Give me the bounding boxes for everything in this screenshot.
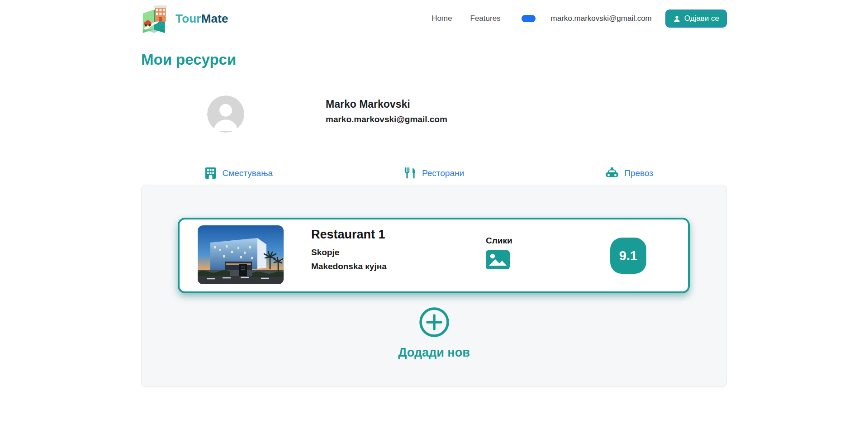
header-user-email: marko.markovski@gmail.com xyxy=(551,14,652,23)
restaurant-card[interactable]: Restaurant 1 Skopje Makedonska кујна Сли… xyxy=(178,218,690,293)
tab-restaurants-label: Ресторани xyxy=(422,168,464,178)
tab-accommodations[interactable]: Сместувања xyxy=(141,167,337,179)
nav-features-link[interactable]: Features xyxy=(470,14,501,23)
images-label: Слики xyxy=(486,236,512,246)
tab-accommodations-label: Сместувања xyxy=(222,168,273,178)
page-root: TourMate Home Features marko.markovski@g… xyxy=(141,0,727,387)
add-new-label: Додади нов xyxy=(142,346,726,360)
profile-name: Marko Markovski xyxy=(326,98,447,110)
restaurant-photo-image xyxy=(198,225,284,284)
restaurant-photo xyxy=(198,225,284,284)
resource-tabs: Сместувања Ресторани Превоз xyxy=(141,167,727,179)
header: TourMate Home Features marko.markovski@g… xyxy=(141,0,727,34)
restaurant-cuisine: Makedonska кујна xyxy=(311,262,387,272)
brand-name: TourMate xyxy=(175,12,228,26)
logout-button[interactable]: Одјави се xyxy=(665,10,727,28)
page-title: Мои ресурси xyxy=(141,51,727,68)
plus-circle-icon xyxy=(418,306,451,338)
tab-restaurants[interactable]: Ресторани xyxy=(337,167,532,179)
language-toggle-pill[interactable] xyxy=(522,15,536,22)
tab-transport[interactable]: Превоз xyxy=(531,167,727,179)
brand-part1: Tour xyxy=(175,12,201,25)
taxi-icon xyxy=(605,167,619,179)
brand-part2: Mate xyxy=(201,12,228,25)
restaurant-city: Skopje xyxy=(311,248,387,257)
hotel-building-icon xyxy=(204,167,217,179)
tab-transport-label: Превоз xyxy=(624,168,653,178)
avatar xyxy=(207,95,244,133)
nav-home-link[interactable]: Home xyxy=(432,14,452,23)
resources-panel: Restaurant 1 Skopje Makedonska кујна Сли… xyxy=(141,185,727,387)
images-section: Слики xyxy=(486,236,512,271)
brand[interactable]: TourMate xyxy=(141,4,228,33)
image-icon xyxy=(486,250,510,269)
avatar-placeholder-icon xyxy=(207,95,244,133)
tourmate-logo-icon xyxy=(141,4,170,33)
rating-badge: 9.1 xyxy=(610,238,646,274)
profile-text: Marko Markovski marko.markovski@gmail.co… xyxy=(326,95,447,124)
fork-knife-icon xyxy=(404,167,417,179)
main-nav: Home Features marko.markovski@gmail.com … xyxy=(432,10,727,28)
restaurant-name: Restaurant 1 xyxy=(311,228,387,242)
logout-label: Одјави се xyxy=(684,14,719,23)
profile-section: Marko Markovski marko.markovski@gmail.co… xyxy=(141,95,727,133)
restaurant-info: Restaurant 1 Skopje Makedonska кујна xyxy=(311,228,387,272)
add-new-button[interactable]: Додади нов xyxy=(142,306,726,360)
profile-email: marko.markovski@gmail.com xyxy=(326,114,447,124)
user-icon xyxy=(673,15,681,23)
images-gallery-button[interactable] xyxy=(486,250,512,271)
